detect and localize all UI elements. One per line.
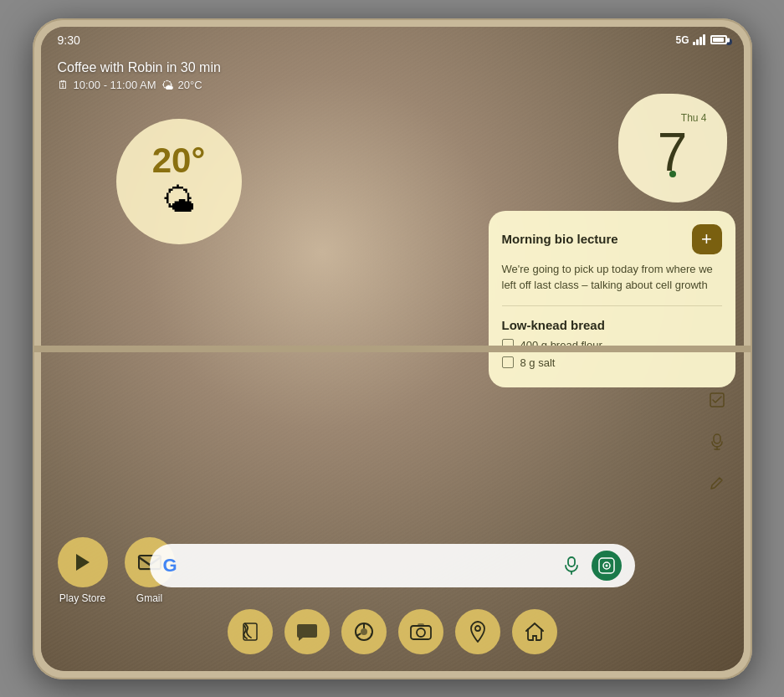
dock-maps-icon[interactable] xyxy=(455,609,500,654)
app-dock xyxy=(228,609,557,654)
calendar-event-dot xyxy=(669,171,676,177)
checklist-text-2: 8 g salt xyxy=(520,356,556,369)
status-time: 9:30 xyxy=(58,33,80,47)
widgets-area: 20° 🌤 Thu 4 7 Morning bio lecture + We'r… xyxy=(41,102,744,671)
signal-strength-icon xyxy=(693,35,705,45)
note1-title: Morning bio lecture xyxy=(502,232,618,246)
status-bar: 9:30 5G xyxy=(41,27,744,50)
network-indicator: 5G xyxy=(675,34,689,46)
pencil-icon[interactable] xyxy=(704,470,730,497)
event-temp: 20°C xyxy=(178,79,202,91)
calendar-widget[interactable]: Thu 4 7 xyxy=(618,94,727,202)
checklist-item-2: 8 g salt xyxy=(502,356,722,369)
notes-widget[interactable]: Morning bio lecture + We're going to pic… xyxy=(489,211,735,387)
mic-icon[interactable] xyxy=(704,428,730,455)
svg-point-17 xyxy=(417,628,425,637)
status-icons: 5G xyxy=(675,34,726,46)
notes-header: Morning bio lecture + xyxy=(502,224,722,254)
weather-emoji: 🌤 xyxy=(161,79,173,92)
svg-point-19 xyxy=(475,626,480,631)
dock-messages-icon[interactable] xyxy=(284,609,330,654)
event-time: 10:00 - 11:00 AM xyxy=(74,79,156,91)
battery-icon xyxy=(710,35,727,44)
gmail-label: Gmail xyxy=(136,592,162,604)
calendar-day-label: Thu 4 xyxy=(681,112,707,124)
search-mic-icon[interactable] xyxy=(560,554,583,577)
calendar-icon-small: 🗓 xyxy=(58,79,69,91)
fold-line xyxy=(33,346,752,352)
dock-camera-icon[interactable] xyxy=(398,609,443,654)
svg-rect-18 xyxy=(418,623,424,627)
svg-line-14 xyxy=(356,633,361,636)
checklist-icon[interactable] xyxy=(704,387,730,413)
notes-side-actions xyxy=(704,387,730,497)
checkbox-2[interactable] xyxy=(502,356,514,368)
search-bar[interactable]: G xyxy=(150,544,635,587)
signal-bar-1 xyxy=(693,42,695,45)
note1-body: We're going to pick up today from where … xyxy=(502,261,722,306)
svg-rect-6 xyxy=(568,557,575,566)
add-note-button[interactable]: + xyxy=(692,224,722,254)
dock-phone-icon[interactable] xyxy=(228,609,273,654)
google-logo: G xyxy=(163,555,177,577)
svg-point-10 xyxy=(605,564,607,566)
event-title: Coffee with Robin in 30 min xyxy=(58,60,727,75)
weather-condition-icon: 🌤 xyxy=(162,182,196,219)
weather-temperature: 20° xyxy=(152,143,206,178)
play-store-icon[interactable] xyxy=(58,537,108,587)
battery-fill xyxy=(713,38,725,42)
signal-bar-4 xyxy=(703,34,705,45)
note2-title: Low-knead bread xyxy=(502,318,722,332)
play-store-label: Play Store xyxy=(59,592,105,604)
signal-bar-3 xyxy=(699,37,702,45)
google-lens-icon[interactable] xyxy=(592,551,622,581)
dock-home-icon[interactable] xyxy=(512,609,557,654)
notification-area[interactable]: Coffee with Robin in 30 min 🗓 10:00 - 11… xyxy=(41,50,744,102)
event-notification[interactable]: Coffee with Robin in 30 min 🗓 10:00 - 11… xyxy=(58,60,727,92)
dock-chrome-icon[interactable] xyxy=(341,609,387,654)
svg-point-12 xyxy=(361,628,367,635)
event-details: 🗓 10:00 - 11:00 AM 🌤 20°C xyxy=(58,79,727,92)
phone-device: 9:30 5G Coffee with Ro xyxy=(33,18,752,679)
weather-widget[interactable]: 20° 🌤 xyxy=(116,119,242,244)
svg-rect-1 xyxy=(714,434,720,443)
play-store-icon-wrapper[interactable]: Play Store xyxy=(58,537,108,604)
signal-bar-2 xyxy=(696,39,699,45)
svg-marker-4 xyxy=(76,554,90,571)
